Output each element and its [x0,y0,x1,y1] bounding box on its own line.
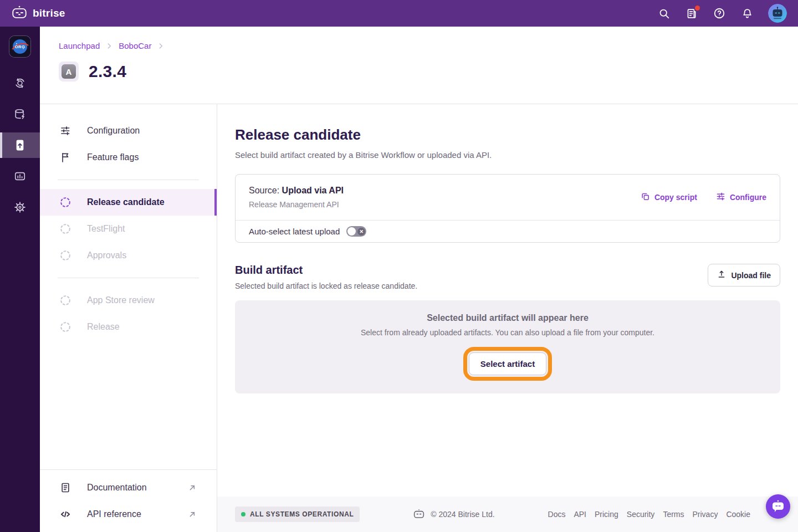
artifact-placeholder-panel: Selected build artifact will appear here… [235,300,780,393]
nav-item-label: Release candidate [87,197,203,207]
source-label: Source: [249,186,279,195]
build-artifact-description: Selected build artifact is locked as rel… [235,282,417,290]
select-artifact-button[interactable]: Select artifact [469,352,546,375]
content: Release candidate Select build artifact … [217,104,798,497]
app-header: Launchpad BoboCar A 2.3.4 [40,27,798,104]
sliders-icon [59,125,71,137]
body-row: Configuration Feature flags [40,104,798,532]
source-card-row: Source: Upload via API Release Managemen… [236,175,780,220]
org-avatar[interactable]: ORG [9,36,30,57]
footer-link-terms[interactable]: Terms [663,510,684,519]
bitrise-robot-outline-icon [413,509,425,520]
breadcrumb-launchpad[interactable]: Launchpad [59,41,100,50]
bitrise-logo[interactable]: bitrise [11,5,65,22]
copyright: © 2024 Bitrise Ltd. [413,509,494,520]
step-dashed-circle-icon [59,321,71,333]
footer-link-docs[interactable]: Docs [548,510,566,519]
footer-links: Docs API Pricing Security Terms Privacy … [548,510,750,519]
system-status-badge[interactable]: ALL SYSTEMS OPERATIONAL [235,507,360,522]
rail-item-build-cache[interactable] [0,101,40,127]
search-icon[interactable] [657,7,671,20]
main: Release candidate Select build artifact … [217,104,798,532]
footer-link-cookie[interactable]: Cookie [726,510,750,519]
source-card-actions: Copy script Configure [641,192,766,203]
nav-item-feature-flags[interactable]: Feature flags [40,144,217,171]
app-window: bitrise [0,0,798,532]
section-title: Release candidate [235,126,780,144]
workspace-rail: ORG [0,27,40,532]
nav-item-api-reference[interactable]: API reference [40,501,217,528]
nav-item-label: TestFlight [87,224,203,234]
notifications-bell-icon[interactable] [740,7,754,20]
toggle-off-x-icon: ✕ [357,228,365,236]
copyright-text: © 2024 Bitrise Ltd. [431,510,494,519]
nav-item-label: API reference [87,509,172,519]
sliders-icon [716,192,725,203]
whats-new-icon[interactable] [685,7,698,20]
external-link-icon [188,510,197,519]
copy-icon [641,192,650,203]
status-text: ALL SYSTEMS OPERATIONAL [250,510,354,518]
nav-item-release-candidate[interactable]: Release candidate [40,189,217,216]
user-avatar[interactable] [768,4,787,23]
notification-dot [695,6,700,11]
rail-item-release-management[interactable] [0,132,40,158]
action-highlight-ring: Select artifact [463,347,552,381]
external-link-icon [188,483,197,492]
subnav-bottom: Documentation API re [40,469,217,532]
nav-item-label: Approvals [87,250,203,260]
breadcrumb-bobocar[interactable]: BoboCar [119,41,151,50]
source-description: Release Management API [249,200,344,209]
divider [58,180,199,180]
rail-item-insights[interactable] [0,163,40,189]
footer-link-api[interactable]: API [574,510,586,519]
configure-label: Configure [730,193,766,202]
step-dashed-circle-icon [59,294,71,306]
copy-script-button[interactable]: Copy script [641,192,697,203]
auto-select-toggle[interactable]: ✕ [346,226,366,237]
chat-robot-bubble-icon [771,499,785,514]
nav-item-label: Documentation [87,483,172,493]
rail-item-settings-gear-icon[interactable] [0,195,40,220]
title-row: A 2.3.4 [59,62,798,81]
status-green-dot [241,512,245,516]
bitrise-robot-icon [11,5,28,22]
brand-name: bitrise [33,7,65,19]
divider [58,278,199,278]
chat-widget-button[interactable] [766,494,790,519]
configure-button[interactable]: Configure [716,192,766,203]
nav-item-testflight[interactable]: TestFlight [40,216,217,242]
upload-icon [717,270,726,280]
section-subtitle: Select build artifact created by a Bitri… [235,150,780,160]
nav-item-documentation[interactable]: Documentation [40,474,217,501]
auto-select-label: Auto-select latest upload [249,227,340,236]
svg-text:A: A [66,67,72,76]
nav-item-label: App Store review [87,295,203,305]
release-subnav: Configuration Feature flags [40,104,217,532]
step-dashed-circle-icon [59,196,71,208]
upload-file-label: Upload file [731,271,771,280]
footer-link-privacy[interactable]: Privacy [693,510,718,519]
chevron-right-icon [157,42,165,50]
nav-item-approvals[interactable]: Approvals [40,242,217,269]
svg-text:ORG: ORG [15,44,25,49]
step-dashed-circle-icon [59,249,71,262]
nav-item-configuration[interactable]: Configuration [40,117,217,144]
breadcrumb: Launchpad BoboCar [59,41,798,50]
nav-item-label: Feature flags [87,152,203,162]
nav-item-app-store-review[interactable]: App Store review [40,287,217,314]
footer-link-security[interactable]: Security [627,510,655,519]
help-icon[interactable] [713,7,726,20]
placeholder-description: Select from already uploaded artifacts. … [361,328,654,337]
footer: ALL SYSTEMS OPERATIONAL © 2024 Bitrise L… [217,497,798,532]
flag-icon [59,151,71,163]
footer-link-pricing[interactable]: Pricing [595,510,618,519]
source-card: Source: Upload via API Release Managemen… [235,174,780,243]
source-value: Upload via API [282,186,344,195]
rail-item-pipelines[interactable] [0,70,40,96]
nav-item-release[interactable]: Release [40,314,217,340]
upload-file-button[interactable]: Upload file [708,264,780,287]
topbar-actions [657,4,787,23]
build-artifact-titles: Build artifact Selected build artifact i… [235,264,417,290]
nav-item-label: Configuration [87,126,203,136]
